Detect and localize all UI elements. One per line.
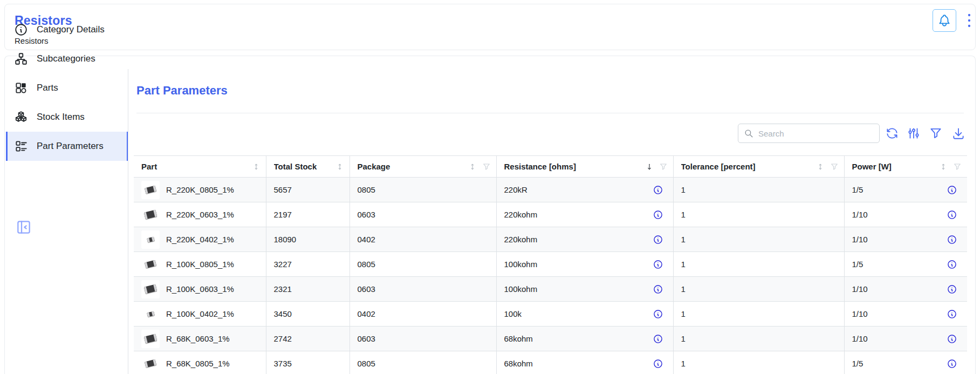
column-filter-icon[interactable] xyxy=(830,162,839,171)
power-value: 1/10 xyxy=(852,284,947,294)
table-row[interactable]: R_100K_0402_1%34500402100k11/10 xyxy=(134,302,967,327)
resistance-value: 68kohm xyxy=(504,359,653,368)
column-filter-icon[interactable] xyxy=(953,162,962,171)
part-name: R_220K_0805_1% xyxy=(166,185,261,194)
info-icon[interactable] xyxy=(653,259,663,270)
info-icon[interactable] xyxy=(653,309,663,319)
part-thumbnail xyxy=(141,255,160,274)
section-divider xyxy=(136,113,964,113)
list-details-icon xyxy=(14,139,28,153)
info-icon[interactable] xyxy=(947,309,957,319)
download-button[interactable] xyxy=(951,126,966,141)
sidebar-item-stock-items[interactable]: Stock Items xyxy=(6,103,128,132)
column-filter-icon[interactable] xyxy=(482,162,491,171)
part-thumbnail xyxy=(141,280,160,298)
sort-desc-icon[interactable] xyxy=(645,162,654,171)
info-icon[interactable] xyxy=(947,358,957,369)
resistance-cell: 68kohm xyxy=(496,327,673,351)
category-icon xyxy=(14,81,28,95)
power-cell: 1/10 xyxy=(844,302,967,327)
column-header-resistance-ohms[interactable]: Resistance [ohms] xyxy=(496,156,673,178)
tolerance-cell: 1 xyxy=(673,202,844,227)
section-title: Part Parameters xyxy=(136,84,228,98)
resistor-chip-image xyxy=(147,236,155,242)
sidebar-item-parts[interactable]: Parts xyxy=(6,73,128,103)
part-name: R_100K_0402_1% xyxy=(166,309,261,318)
tolerance-cell: 1 xyxy=(673,327,844,351)
info-icon[interactable] xyxy=(653,209,663,220)
total-stock-cell: 3227 xyxy=(266,252,349,277)
info-icon[interactable] xyxy=(947,234,957,245)
resistance-value: 100kohm xyxy=(504,284,653,294)
resistor-chip-image xyxy=(145,260,156,269)
column-header-power-w[interactable]: Power [W] xyxy=(844,156,967,178)
resistance-cell: 100kohm xyxy=(496,252,673,277)
tolerance-cell: 1 xyxy=(673,227,844,252)
info-icon[interactable] xyxy=(653,284,663,295)
sort-icon[interactable] xyxy=(816,162,825,171)
resistor-chip-image xyxy=(144,334,157,344)
table-row[interactable]: R_68K_0603_1%2742060368kohm11/10 xyxy=(134,327,967,351)
search-input[interactable] xyxy=(758,129,874,138)
table-filter-button[interactable] xyxy=(928,126,943,141)
notifications-button[interactable] xyxy=(933,9,956,32)
refresh-button[interactable] xyxy=(885,126,900,141)
sort-icon[interactable] xyxy=(468,162,477,171)
column-header-part[interactable]: Part xyxy=(134,156,266,178)
info-icon[interactable] xyxy=(947,259,957,270)
sitemap-icon xyxy=(14,52,28,66)
package-cell: 0805 xyxy=(349,252,496,277)
sidebar-collapse-icon xyxy=(15,219,32,236)
info-circle-icon xyxy=(14,23,28,37)
column-header-total-stock[interactable]: Total Stock xyxy=(266,156,349,178)
column-filter-icon[interactable] xyxy=(659,162,668,171)
info-icon[interactable] xyxy=(653,358,663,369)
sidebar-item-category-details[interactable]: Category Details xyxy=(6,15,128,44)
info-icon[interactable] xyxy=(947,284,957,295)
search-box xyxy=(738,124,880,143)
info-icon[interactable] xyxy=(653,185,663,195)
column-label: Package xyxy=(358,162,468,171)
table-row[interactable]: R_220K_0402_1%180900402220kohm11/10 xyxy=(134,227,967,252)
info-icon[interactable] xyxy=(947,209,957,220)
tolerance-cell: 1 xyxy=(673,277,844,302)
tolerance-cell: 1 xyxy=(673,302,844,327)
table-row[interactable]: R_220K_0603_1%21970603220kohm11/10 xyxy=(134,202,967,227)
sort-icon[interactable] xyxy=(335,162,344,171)
table-columns-button[interactable] xyxy=(906,126,921,141)
resistance-value: 68kohm xyxy=(504,334,653,343)
power-cell: 1/10 xyxy=(844,277,967,302)
column-header-tolerance-percent[interactable]: Tolerance [percent] xyxy=(673,156,844,178)
info-icon[interactable] xyxy=(947,334,957,344)
resistance-value: 100k xyxy=(504,309,653,318)
total-stock-cell: 3735 xyxy=(266,351,349,374)
collapse-sidebar-button[interactable] xyxy=(14,218,33,237)
sort-icon[interactable] xyxy=(939,162,948,171)
power-cell: 1/10 xyxy=(844,327,967,351)
power-value: 1/5 xyxy=(852,185,947,194)
sitemap-icon xyxy=(14,52,28,66)
column-header-package[interactable]: Package xyxy=(349,156,496,178)
sidebar-item-subcategories[interactable]: Subcategories xyxy=(6,44,128,73)
sidebar-item-part-parameters[interactable]: Part Parameters xyxy=(6,132,128,161)
page-header: Resistors Resistors xyxy=(4,4,976,50)
info-icon[interactable] xyxy=(653,234,663,245)
dots-vertical-icon xyxy=(964,11,975,30)
column-label: Resistance [ohms] xyxy=(504,162,645,171)
table-row[interactable]: R_100K_0603_1%23210603100kohm11/10 xyxy=(134,277,967,302)
part-name: R_100K_0805_1% xyxy=(166,260,261,269)
table-row[interactable]: R_100K_0805_1%32270805100kohm11/5 xyxy=(134,252,967,277)
table-row[interactable]: R_68K_0805_1%3735080568kohm11/5 xyxy=(134,351,967,374)
sort-icon[interactable] xyxy=(252,162,261,171)
search-icon xyxy=(744,128,754,139)
table-row[interactable]: R_220K_0805_1%56570805220kR11/5 xyxy=(134,178,967,202)
sidebar-item-label: Stock Items xyxy=(37,112,85,123)
resistance-value: 220kohm xyxy=(504,235,653,244)
overflow-menu-button[interactable] xyxy=(963,10,975,31)
power-value: 1/10 xyxy=(852,309,947,318)
resistance-value: 100kohm xyxy=(504,260,653,269)
download-icon xyxy=(951,126,965,140)
filter-icon xyxy=(929,126,943,140)
info-icon[interactable] xyxy=(653,334,663,344)
info-icon[interactable] xyxy=(947,185,957,195)
